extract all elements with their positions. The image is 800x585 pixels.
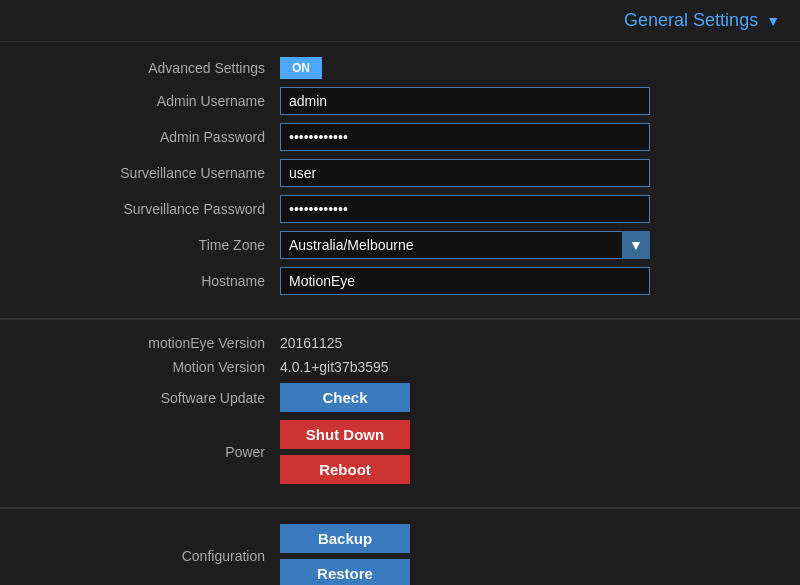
backup-button[interactable]: Backup — [280, 524, 410, 553]
motion-version-value: 4.0.1+git37b3595 — [280, 359, 389, 375]
form-row-timezone: Time Zone Australia/Melbourne UTC Americ… — [20, 231, 780, 259]
surveillance-username-label: Surveillance Username — [20, 165, 280, 181]
surveillance-username-input[interactable] — [280, 159, 650, 187]
power-buttons: Shut Down Reboot — [280, 420, 410, 484]
advanced-settings-label: Advanced Settings — [20, 60, 280, 76]
advanced-settings-toggle[interactable]: ON — [280, 57, 322, 79]
form-row-admin-password: Admin Password — [20, 123, 780, 151]
restore-button[interactable]: Restore — [280, 559, 410, 585]
shutdown-button[interactable]: Shut Down — [280, 420, 410, 449]
motion-version-label: Motion Version — [20, 359, 280, 375]
info-section: motionEye Version 20161125 Motion Versio… — [0, 320, 800, 508]
surveillance-username-control — [280, 159, 650, 187]
configuration-label: Configuration — [20, 548, 280, 564]
timezone-label: Time Zone — [20, 237, 280, 253]
motioneye-version-label: motionEye Version — [20, 335, 280, 351]
form-row-surv-password: Surveillance Password — [20, 195, 780, 223]
surveillance-password-input[interactable] — [280, 195, 650, 223]
form-row-advanced: Advanced Settings ON — [20, 57, 780, 79]
reboot-button[interactable]: Reboot — [280, 455, 410, 484]
power-row: Power Shut Down Reboot — [20, 420, 780, 484]
power-label: Power — [20, 444, 280, 460]
hostname-input[interactable] — [280, 267, 650, 295]
admin-username-label: Admin Username — [20, 93, 280, 109]
general-settings-title: General Settings — [624, 10, 758, 31]
chevron-down-icon: ▼ — [766, 13, 780, 29]
advanced-settings-control: ON — [280, 57, 650, 79]
timezone-select-wrapper: Australia/Melbourne UTC America/New_York… — [280, 231, 650, 259]
timezone-control: Australia/Melbourne UTC America/New_York… — [280, 231, 650, 259]
form-row-admin-username: Admin Username — [20, 87, 780, 115]
form-row-surv-username: Surveillance Username — [20, 159, 780, 187]
surveillance-password-control — [280, 195, 650, 223]
admin-password-input[interactable] — [280, 123, 650, 151]
header: General Settings ▼ — [0, 0, 800, 42]
hostname-control — [280, 267, 650, 295]
hostname-label: Hostname — [20, 273, 280, 289]
surveillance-password-label: Surveillance Password — [20, 201, 280, 217]
form-row-hostname: Hostname — [20, 267, 780, 295]
config-row: Configuration Backup Restore — [20, 524, 780, 585]
form-section: Advanced Settings ON Admin Username Admi… — [0, 42, 800, 319]
admin-password-label: Admin Password — [20, 129, 280, 145]
admin-username-control — [280, 87, 650, 115]
page-container: General Settings ▼ Advanced Settings ON … — [0, 0, 800, 585]
admin-username-input[interactable] — [280, 87, 650, 115]
software-update-control: Check — [280, 383, 410, 412]
motion-version-row: Motion Version 4.0.1+git37b3595 — [20, 359, 780, 375]
software-update-row: Software Update Check — [20, 383, 780, 412]
check-button[interactable]: Check — [280, 383, 410, 412]
software-update-label: Software Update — [20, 390, 280, 406]
motioneye-version-row: motionEye Version 20161125 — [20, 335, 780, 351]
timezone-select[interactable]: Australia/Melbourne UTC America/New_York… — [280, 231, 650, 259]
motioneye-version-value: 20161125 — [280, 335, 342, 351]
header-title: General Settings ▼ — [624, 10, 780, 31]
config-buttons: Backup Restore — [280, 524, 410, 585]
config-section: Configuration Backup Restore — [0, 509, 800, 585]
admin-password-control — [280, 123, 650, 151]
